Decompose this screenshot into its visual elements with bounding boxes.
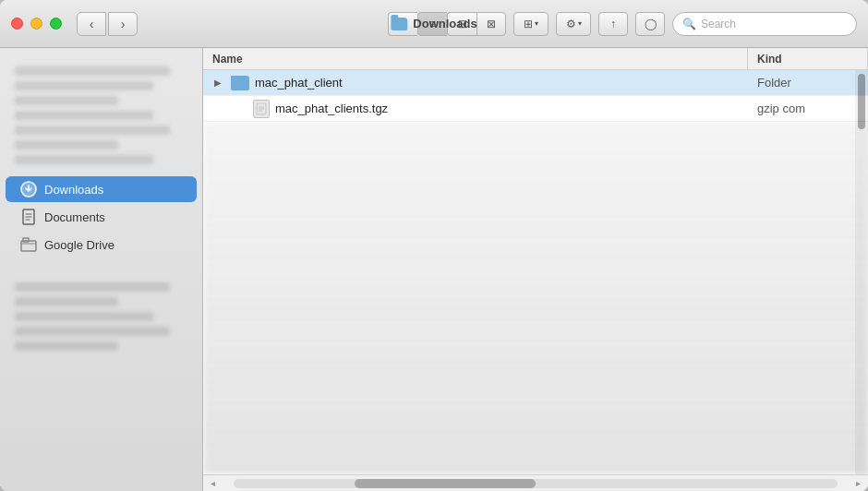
share-button[interactable]: ↑: [598, 12, 628, 36]
file-rows: ▶ mac_phat_client Folder ▶: [203, 70, 868, 474]
blur-line: [15, 312, 153, 321]
blur-line: [15, 282, 170, 292]
bottom-bar: ◂ ▸: [203, 474, 868, 491]
blur-line: [15, 66, 170, 76]
title-folder-icon: [391, 18, 407, 30]
window-title: Downloads: [413, 17, 476, 30]
sidebar-item-label-downloads: Downloads: [44, 183, 103, 197]
documents-icon: [20, 209, 37, 225]
gallery-view-icon: ⊠: [487, 18, 496, 30]
search-box[interactable]: 🔍 Search: [672, 12, 857, 36]
scrollbar-thumb[interactable]: [858, 74, 865, 129]
sidebar-item-label-documents: Documents: [44, 210, 105, 224]
scroll-left-icon[interactable]: ◂: [211, 478, 215, 488]
view-options-button[interactable]: ⊞ ▾: [513, 12, 549, 36]
window-title-area: Downloads: [391, 17, 476, 30]
blur-line: [15, 341, 118, 351]
tag-icon: ◯: [645, 18, 657, 30]
view-options-icon: ⊞: [524, 18, 533, 30]
finder-window: ‹ › ⊞ ≡ ⊟ ⊠: [0, 0, 868, 491]
file-name-cell: ▶ mac_phat_clients.tgz: [203, 100, 748, 118]
file-list-header: Name Kind: [203, 48, 868, 70]
blur-line: [15, 327, 170, 336]
sidebar-item-documents[interactable]: Documents: [6, 204, 197, 230]
back-button[interactable]: ‹: [77, 12, 106, 36]
traffic-lights: [11, 18, 62, 30]
tgz-icon: [253, 100, 270, 118]
folder-icon: [231, 76, 249, 90]
search-placeholder: Search: [701, 18, 736, 30]
main-content: Downloads Documents: [0, 48, 868, 491]
forward-button[interactable]: ›: [108, 12, 138, 36]
downloads-icon: [20, 181, 37, 198]
blur-line: [15, 126, 170, 135]
table-row[interactable]: ▶ mac_phat_client Folder: [203, 70, 868, 96]
minimize-button[interactable]: [30, 18, 42, 30]
file-pane: Name Kind ▶ mac_phat_client Folder ▶: [203, 48, 868, 491]
back-icon: ‹: [90, 17, 94, 31]
blurred-overlay: [203, 122, 868, 474]
expand-arrow[interactable]: ▶: [211, 78, 225, 88]
nav-buttons: ‹ ›: [77, 12, 138, 36]
search-icon: 🔍: [682, 18, 696, 30]
header-name: Name: [203, 48, 748, 69]
blur-line: [15, 111, 153, 120]
titlebar: ‹ › ⊞ ≡ ⊟ ⊠: [0, 0, 868, 48]
file-name-label: mac_phat_clients.tgz: [275, 102, 388, 115]
sidebar-item-google-drive[interactable]: Google Drive: [6, 232, 197, 257]
blur-line: [15, 81, 153, 90]
blur-line: [15, 96, 118, 105]
maximize-button[interactable]: [50, 18, 62, 30]
scroll-right-icon[interactable]: ▸: [856, 478, 861, 488]
file-kind-cell: gzip com: [748, 102, 868, 115]
file-name-cell: ▶ mac_phat_client: [203, 76, 748, 90]
sidebar-item-downloads[interactable]: Downloads: [6, 176, 197, 202]
google-drive-icon: [20, 236, 37, 253]
sidebar: Downloads Documents: [0, 48, 203, 491]
header-kind: Kind: [748, 48, 868, 69]
action-icon: ⚙: [566, 18, 576, 30]
share-icon: ↑: [610, 18, 616, 30]
close-button[interactable]: [11, 18, 23, 30]
view-options-arrow: ▾: [535, 19, 538, 28]
scrollbar-track[interactable]: [855, 70, 868, 474]
blur-line: [15, 140, 118, 150]
forward-icon: ›: [121, 17, 126, 31]
sidebar-blurred-bottom: [0, 273, 202, 360]
gallery-view-button[interactable]: ⊠: [476, 12, 506, 36]
tag-button[interactable]: ◯: [635, 12, 665, 36]
action-button[interactable]: ⚙ ▾: [556, 12, 591, 36]
sidebar-blurred-top: [0, 57, 202, 174]
horizontal-scrollbar-thumb: [355, 479, 536, 488]
file-kind-cell: Folder: [748, 76, 868, 90]
svg-rect-4: [23, 238, 29, 242]
sidebar-item-label-google-drive: Google Drive: [44, 238, 115, 252]
file-name-label: mac_phat_client: [255, 76, 343, 90]
horizontal-scrollbar[interactable]: [234, 479, 838, 488]
table-row[interactable]: ▶ mac_phat_clients.tgz gzip com: [203, 96, 868, 122]
blur-line: [15, 297, 118, 306]
blur-line: [15, 155, 153, 164]
action-arrow: ▾: [578, 19, 582, 28]
